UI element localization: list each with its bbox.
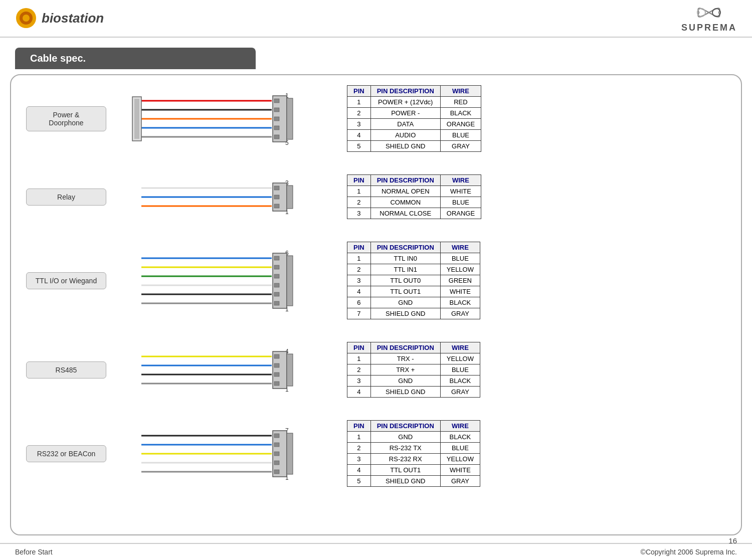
- table-cell: DATA: [370, 119, 440, 130]
- table-cell: YELLOW: [440, 454, 480, 465]
- table-cell: BLACK: [440, 432, 480, 443]
- table-header: PIN DESCRIPTION: [370, 86, 440, 97]
- svg-rect-55: [274, 363, 279, 367]
- table-cell: AUDIO: [370, 130, 440, 141]
- table-cell: WHITE: [440, 465, 480, 476]
- table-header: WIRE: [440, 242, 480, 253]
- table-row: 1TRX -YELLOW: [347, 353, 480, 364]
- table-cell: 4: [347, 130, 371, 141]
- table-row: 3GNDBLACK: [347, 376, 480, 387]
- table-row: 3NORMAL CLOSEORANGE: [347, 208, 481, 219]
- svg-rect-54: [274, 354, 279, 358]
- table-row: 6GNDBLACK: [347, 297, 480, 308]
- svg-rect-15: [274, 117, 279, 121]
- svg-rect-14: [274, 108, 279, 112]
- section-spacer: [26, 334, 726, 342]
- main-content: Power & Doorphone15PINPIN DESCRIPTIONWIR…: [10, 74, 742, 535]
- table-row: 2COMMONBLUE: [347, 197, 481, 208]
- table-row: 5SHIELD GNDGRAY: [347, 141, 481, 152]
- biostation-logo-icon: [15, 7, 38, 30]
- label-rs232-beacon: RS232 or BEACon: [26, 445, 106, 462]
- pin-table-power-doorphone: PINPIN DESCRIPTIONWIRE1POWER + (12Vdc)RE…: [347, 85, 481, 152]
- table-cell: TRX +: [370, 364, 440, 376]
- suprema-logo-icon: [694, 4, 724, 22]
- page-number: 16: [728, 536, 737, 545]
- table-header: WIRE: [440, 86, 481, 97]
- pin-table-rs232-beacon: PINPIN DESCRIPTIONWIRE1GNDBLACK2RS-232 T…: [347, 420, 480, 487]
- table-cell: 6: [347, 297, 371, 308]
- table-header: PIN DESCRIPTION: [370, 421, 440, 432]
- table-cell: GRAY: [440, 141, 481, 152]
- section-relay: Relay31PINPIN DESCRIPTIONWIRE1NORMAL OPE…: [26, 174, 726, 219]
- table-row: 5SHIELD GNDGRAY: [347, 476, 480, 487]
- suprema-logo: SUPREMA: [681, 4, 737, 33]
- label-ttl-wiegand: TTL I/O or Wiegand: [26, 272, 106, 289]
- table-header: PIN: [347, 421, 371, 432]
- svg-rect-30: [287, 185, 293, 209]
- table-cell: 3: [347, 376, 371, 387]
- table-cell: BLACK: [440, 376, 480, 387]
- section-power-doorphone: Power & Doorphone15PINPIN DESCRIPTIONWIR…: [26, 85, 726, 152]
- table-row: 2TRX +BLUE: [347, 364, 480, 376]
- table-cell: BLUE: [440, 253, 480, 264]
- table-cell: ORANGE: [440, 208, 481, 219]
- svg-rect-16: [274, 126, 279, 130]
- table-cell: 4: [347, 387, 371, 398]
- section-rs485: RS48541PINPIN DESCRIPTIONWIRE1TRX -YELLO…: [26, 342, 726, 398]
- table-cell: YELLOW: [440, 353, 480, 364]
- biostation-logo: biostation: [15, 7, 104, 30]
- table-header: PIN: [347, 175, 371, 186]
- wire-diagram-power-doorphone: 15: [116, 89, 327, 149]
- section-ttl-wiegand: TTL I/O or Wiegand61PINPIN DESCRIPTIONWI…: [26, 242, 726, 319]
- table-cell: BLUE: [440, 130, 481, 141]
- table-cell: POWER -: [370, 108, 440, 119]
- footer-left: Before Start: [15, 548, 53, 556]
- label-relay: Relay: [26, 189, 106, 206]
- table-cell: COMMON: [370, 197, 440, 208]
- table-cell: GRAY: [440, 308, 480, 319]
- svg-rect-68: [274, 443, 279, 447]
- pin-table-ttl-wiegand: PINPIN DESCRIPTIONWIRE1TTL IN0BLUE2TTL I…: [347, 242, 480, 319]
- table-header: PIN: [347, 86, 371, 97]
- table-header: PIN DESCRIPTION: [370, 342, 440, 353]
- table-cell: 3: [347, 275, 371, 286]
- table-cell: 5: [347, 141, 371, 152]
- table-row: 1POWER + (12Vdc)RED: [347, 97, 481, 108]
- label-power-doorphone: Power & Doorphone: [26, 106, 106, 131]
- table-cell: 3: [347, 119, 371, 130]
- table-cell: GND: [370, 297, 440, 308]
- label-rs485: RS485: [26, 361, 106, 379]
- table-row: 2RS-232 TXBLUE: [347, 443, 480, 454]
- wire-diagram-rs232-beacon: 71: [116, 424, 327, 484]
- table-cell: TTL OUT1: [370, 286, 440, 297]
- section-spacer: [26, 234, 726, 242]
- table-cell: 4: [347, 286, 371, 297]
- table-cell: BLACK: [440, 297, 480, 308]
- table-cell: TRX -: [370, 353, 440, 364]
- svg-rect-28: [274, 195, 279, 199]
- table-cell: TTL IN0: [370, 253, 440, 264]
- table-row: 4TTL OUT1WHITE: [347, 465, 480, 476]
- table-cell: 3: [347, 208, 371, 219]
- wire-diagram-rs485: 41: [116, 344, 327, 396]
- header: biostation SUPREMA: [0, 0, 752, 38]
- table-row: 1NORMAL OPENWHITE: [347, 186, 481, 197]
- table-cell: YELLOW: [440, 264, 480, 275]
- footer-right: ©Copyright 2006 Suprema Inc.: [641, 548, 737, 556]
- table-header: PIN: [347, 242, 371, 253]
- svg-rect-58: [287, 354, 293, 386]
- table-cell: TTL IN1: [370, 264, 440, 275]
- table-cell: GRAY: [440, 387, 480, 398]
- table-cell: 1: [347, 186, 371, 197]
- table-cell: GRAY: [440, 476, 480, 487]
- table-header: PIN DESCRIPTION: [370, 242, 440, 253]
- table-row: 1GNDBLACK: [347, 432, 480, 443]
- svg-rect-27: [274, 186, 279, 190]
- table-cell: BLACK: [440, 108, 481, 119]
- table-row: 4AUDIOBLUE: [347, 130, 481, 141]
- svg-rect-46: [287, 256, 293, 306]
- table-cell: BLUE: [440, 443, 480, 454]
- table-header: WIRE: [440, 421, 480, 432]
- table-cell: 7: [347, 308, 371, 319]
- table-cell: SHIELD GND: [370, 476, 440, 487]
